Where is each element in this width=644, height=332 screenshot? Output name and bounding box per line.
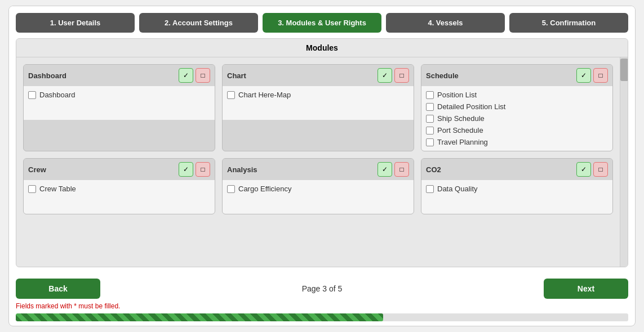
select-all-icon-schedule[interactable]: ✓ <box>576 68 591 83</box>
footer: Back Page 3 of 5 Next Fields marked with… <box>9 273 635 326</box>
module-title-analysis: Analysis <box>227 165 257 174</box>
module-card-schedule: Schedule ✓ □ Position List <box>421 64 613 151</box>
module-card-chart: Chart ✓ □ Chart Here-Map <box>222 64 414 151</box>
module-item-label-schedule-4: Travel Planning <box>437 138 488 146</box>
checkbox-schedule-4[interactable] <box>426 138 434 146</box>
module-item-analysis-0[interactable]: Cargo Efficiency <box>227 185 409 193</box>
module-item-label-schedule-1: Detailed Position List <box>437 102 505 111</box>
module-item-chart-0[interactable]: Chart Here-Map <box>227 91 409 99</box>
deselect-all-icon-analysis[interactable]: □ <box>394 162 409 177</box>
select-all-icon-dashboard[interactable]: ✓ <box>179 68 193 83</box>
deselect-all-icon-chart[interactable]: □ <box>394 68 409 83</box>
deselect-all-icon-dashboard[interactable]: □ <box>196 68 210 83</box>
select-all-icon-crew[interactable]: ✓ <box>179 162 193 177</box>
progress-bar-container <box>16 313 628 321</box>
deselect-all-icon-co2[interactable]: □ <box>593 162 608 177</box>
deselect-all-icon-schedule[interactable]: □ <box>593 68 608 83</box>
module-card-header-chart: Chart ✓ □ <box>223 65 414 86</box>
module-item-label-chart-0: Chart Here-Map <box>238 91 291 99</box>
step-tab-2[interactable]: 2. Account Settings <box>139 13 258 33</box>
module-card-crew: Crew ✓ □ Crew Table <box>23 158 215 214</box>
module-body-dashboard: Dashboard <box>24 86 215 120</box>
module-body-chart: Chart Here-Map <box>223 86 414 120</box>
required-note: Fields marked with * must be filled. <box>16 302 628 310</box>
module-icons-schedule: ✓ □ <box>576 68 608 83</box>
module-card-header-dashboard: Dashboard ✓ □ <box>24 65 215 86</box>
module-card-header-co2: CO2 ✓ □ <box>421 159 612 180</box>
module-body-analysis: Cargo Efficiency <box>223 180 414 214</box>
module-item-label-schedule-2: Ship Schedule <box>437 114 485 123</box>
back-button[interactable]: Back <box>16 279 100 299</box>
module-card-header-schedule: Schedule ✓ □ <box>421 65 612 86</box>
module-title-crew: Crew <box>28 165 46 174</box>
deselect-all-icon-crew[interactable]: □ <box>196 162 210 177</box>
module-item-schedule-0[interactable]: Position List <box>426 91 608 99</box>
module-card-analysis: Analysis ✓ □ Cargo Efficiency <box>222 158 414 214</box>
checkbox-chart-0[interactable] <box>227 91 235 99</box>
footer-nav-row: Back Page 3 of 5 Next <box>16 279 628 299</box>
module-title-co2: CO2 <box>426 165 441 174</box>
step-tab-5[interactable]: 5. Confirmation <box>509 13 628 33</box>
modules-grid: Dashboard ✓ □ Dashboard <box>23 64 621 214</box>
checkbox-schedule-1[interactable] <box>426 103 434 111</box>
checkbox-crew-0[interactable] <box>28 185 36 193</box>
modules-title: Modules <box>16 39 628 57</box>
select-all-icon-analysis[interactable]: ✓ <box>377 162 392 177</box>
module-item-schedule-1[interactable]: Detailed Position List <box>426 102 608 111</box>
module-icons-chart: ✓ □ <box>377 68 409 83</box>
step-tab-1[interactable]: 1. User Details <box>16 13 135 33</box>
module-item-schedule-4[interactable]: Travel Planning <box>426 138 608 146</box>
module-icons-dashboard: ✓ □ <box>179 68 210 83</box>
module-item-dashboard-0[interactable]: Dashboard <box>28 91 210 99</box>
checkbox-schedule-2[interactable] <box>426 115 434 123</box>
module-title-schedule: Schedule <box>426 71 459 80</box>
module-item-co2-0[interactable]: Data Quality <box>426 185 608 193</box>
checkbox-analysis-0[interactable] <box>227 185 235 193</box>
module-item-schedule-2[interactable]: Ship Schedule <box>426 114 608 123</box>
module-title-chart: Chart <box>227 71 246 80</box>
module-item-crew-0[interactable]: Crew Table <box>28 185 210 193</box>
module-body-schedule: Position List Detailed Position List Shi… <box>421 86 612 151</box>
module-card-header-analysis: Analysis ✓ □ <box>223 159 414 180</box>
module-body-crew: Crew Table <box>24 180 215 214</box>
module-item-label-schedule-0: Position List <box>437 91 477 99</box>
module-card-header-crew: Crew ✓ □ <box>24 159 215 180</box>
next-button[interactable]: Next <box>544 279 628 299</box>
module-icons-crew: ✓ □ <box>179 162 210 177</box>
module-item-label-schedule-3: Port Schedule <box>437 126 483 134</box>
module-item-label-crew-0: Crew Table <box>39 185 76 193</box>
module-title-dashboard: Dashboard <box>28 71 66 80</box>
module-card-dashboard: Dashboard ✓ □ Dashboard <box>23 64 215 151</box>
module-item-label-co2-0: Data Quality <box>437 185 478 193</box>
step-tabs: 1. User Details 2. Account Settings 3. M… <box>9 6 635 33</box>
progress-bar-fill <box>16 313 383 321</box>
checkbox-dashboard-0[interactable] <box>28 91 36 99</box>
modules-scroll[interactable]: Dashboard ✓ □ Dashboard <box>16 57 628 267</box>
checkbox-schedule-3[interactable] <box>426 127 434 134</box>
checkbox-co2-0[interactable] <box>426 185 434 193</box>
page-indicator: Page 3 of 5 <box>302 284 343 293</box>
module-icons-co2: ✓ □ <box>576 162 608 177</box>
checkbox-schedule-0[interactable] <box>426 91 434 99</box>
module-item-label-dashboard-0: Dashboard <box>39 91 75 99</box>
main-content: Modules Dashboard ✓ □ <box>9 33 635 273</box>
wizard-container: 1. User Details 2. Account Settings 3. M… <box>8 6 636 326</box>
modules-panel: Modules Dashboard ✓ □ <box>16 38 628 267</box>
step-tab-4[interactable]: 4. Vessels <box>386 13 505 33</box>
module-icons-analysis: ✓ □ <box>377 162 409 177</box>
module-card-co2: CO2 ✓ □ Data Quality <box>421 158 613 214</box>
step-tab-3[interactable]: 3. Modules & User Rights <box>263 13 381 33</box>
module-body-co2: Data Quality <box>421 180 612 214</box>
module-item-label-analysis-0: Cargo Efficiency <box>238 185 291 193</box>
select-all-icon-co2[interactable]: ✓ <box>576 162 591 177</box>
select-all-icon-chart[interactable]: ✓ <box>377 68 392 83</box>
module-item-schedule-3[interactable]: Port Schedule <box>426 126 608 134</box>
